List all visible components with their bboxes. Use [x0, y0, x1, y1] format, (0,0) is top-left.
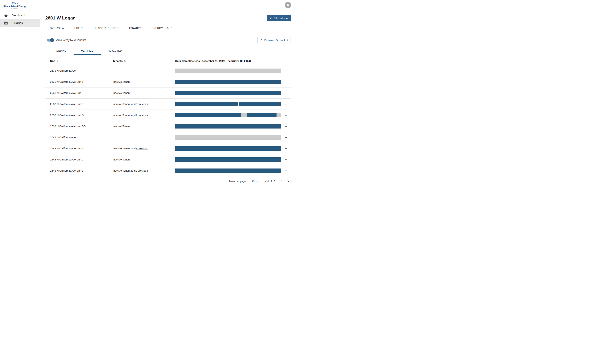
subtab-verified[interactable]: VERIFIED [74, 47, 101, 55]
tenant-text: Inactive Tenant [113, 158, 131, 161]
pencil-icon [270, 17, 272, 20]
unit-cell: 2538 N California Ave Unit BD [50, 125, 113, 128]
tenants-cell: Inactive Tenant and 1 previous [113, 114, 175, 117]
tenants-cell: Inactive Tenant and 2 previous [113, 147, 175, 150]
completeness-segment [247, 113, 276, 117]
sidebar: Dashboard Buildings [0, 10, 40, 186]
tenant-text: Inactive Tenant [113, 125, 131, 128]
tenant-text: Inactive Tenant [113, 80, 131, 83]
table-row: 2548 N California Ave Unit 1 Inactive Te… [45, 143, 291, 154]
table-row: 2538 N California Ave Unit B Inactive Te… [45, 110, 291, 121]
unit-cell: 2548 N California Ave [50, 136, 113, 139]
sort-icon[interactable]: ⇅ [124, 60, 126, 62]
expand-row-button[interactable] [281, 103, 291, 105]
building-tabs: OVERVIEW USERS USAGE REQUESTS TENANTS EN… [45, 24, 291, 32]
app-layout: Dashboard Buildings 2801 W Logan Edit Bu… [0, 10, 296, 186]
completeness-segment [175, 124, 281, 129]
chevron-down-icon [285, 92, 287, 94]
unit-cell: 2538 N California Ave Unit 2 [50, 91, 113, 95]
company-logo[interactable]: Rhode Island Energy a PPL company [3, 2, 26, 9]
completeness-bar [175, 157, 281, 162]
unit-cell: 2538 N California Ave Unit 3 [50, 103, 113, 106]
tab-tenants[interactable]: TENANTS [124, 24, 146, 32]
user-avatar[interactable] [285, 2, 291, 8]
previous-page-button[interactable] [281, 180, 282, 183]
tenants-cell: Inactive Tenant [113, 91, 175, 95]
tenants-cell: Inactive Tenant [113, 125, 175, 128]
subtab-pending[interactable]: PENDING [47, 47, 74, 55]
tab-overview[interactable]: OVERVIEW [45, 24, 69, 32]
controls-row: Auto Verify New Tenants Download Tenant … [45, 37, 291, 43]
completeness-segment [239, 102, 281, 106]
expand-row-button[interactable] [281, 158, 291, 161]
pager [281, 180, 289, 183]
completeness-column-header: Data Completeness (December 11, 2022 - F… [175, 59, 251, 62]
unit-cell: 2548 N California Ave Unit 1 [50, 147, 113, 150]
completeness-bar [175, 69, 281, 73]
logo-title: Rhode Island Energy [3, 5, 26, 7]
next-page-button[interactable] [287, 180, 289, 183]
chevron-down-icon [285, 103, 287, 105]
home-icon [4, 14, 8, 17]
tenant-previous-link[interactable]: 1 previous [136, 114, 148, 117]
tenants-cell: Inactive Tenant [113, 80, 175, 83]
subtab-rejected[interactable]: REJECTED [101, 47, 129, 55]
tab-energy-star[interactable]: ENERGY STAR® [147, 24, 176, 32]
tenant-status-subtabs: PENDING VERIFIED REJECTED [47, 47, 291, 55]
completeness-segment [175, 80, 281, 84]
completeness-bar [175, 102, 281, 106]
tenant-previous-link[interactable]: 2 previous [136, 103, 148, 106]
auto-verify-toggle-group: Auto Verify New Tenants [45, 39, 86, 42]
chevron-down-icon: ▼ [256, 180, 258, 182]
table-footer: Rows per page: 10 ▼ 1–10 of 18 [45, 176, 291, 186]
completeness-segment [175, 157, 281, 162]
sort-icon[interactable]: ⇅ [56, 60, 58, 62]
table-row: 2548 N California Ave Unit 3 Inactive Te… [45, 165, 291, 176]
main-content: 2801 W Logan Edit Building OVERVIEW USER… [40, 10, 296, 186]
sidebar-item-label: Dashboard [12, 14, 25, 17]
sidebar-item-buildings[interactable]: Buildings [0, 19, 40, 27]
table-row: 2538 N California Ave [45, 65, 291, 76]
tenant-table-header: Unit ⇅ Tenants ⇅ Data Completeness (Dece… [45, 57, 291, 65]
completeness-segment [175, 135, 281, 140]
unit-cell: 2548 N California Ave Unit 2 [50, 158, 113, 161]
tenants-cell: Inactive Tenant and 2 previous [113, 103, 175, 106]
tenant-text: Inactive Tenant and [113, 169, 136, 172]
expand-row-button[interactable] [281, 136, 291, 139]
pagination-range: 1–10 of 18 [263, 180, 275, 183]
table-row: 2538 N California Ave Unit 3 Inactive Te… [45, 98, 291, 110]
tenant-table: Unit ⇅ Tenants ⇅ Data Completeness (Dece… [45, 57, 291, 186]
unit-cell: 2538 N California Ave [50, 69, 113, 72]
expand-row-button[interactable] [281, 147, 291, 150]
tenant-previous-link[interactable]: 2 previous [136, 169, 148, 172]
completeness-segment [175, 113, 241, 117]
expand-row-button[interactable] [281, 114, 291, 117]
toggle-knob [50, 38, 54, 42]
auto-verify-toggle[interactable] [47, 39, 53, 41]
rows-per-page-select[interactable]: 10 ▼ [252, 180, 258, 183]
edit-building-button[interactable]: Edit Building [267, 15, 291, 21]
chevron-down-icon [285, 70, 287, 72]
completeness-bar [175, 124, 281, 129]
chevron-down-icon [285, 125, 287, 128]
expand-row-button[interactable] [281, 81, 291, 83]
tenant-text: Inactive Tenant and [113, 147, 136, 150]
unit-cell: 2548 N California Ave Unit 3 [50, 169, 113, 172]
auto-verify-label: Auto Verify New Tenants [56, 39, 86, 42]
completeness-segment [175, 169, 281, 173]
completeness-bar [175, 169, 281, 173]
expand-row-button[interactable] [281, 125, 291, 128]
tenant-previous-link[interactable]: 2 previous [136, 147, 148, 150]
expand-row-button[interactable] [281, 169, 291, 172]
tenants-column-header: Tenants [113, 59, 123, 63]
sidebar-item-dashboard[interactable]: Dashboard [0, 12, 40, 19]
download-tenant-list-button[interactable]: Download Tenant List [257, 37, 291, 43]
expand-row-button[interactable] [281, 70, 291, 72]
expand-row-button[interactable] [281, 92, 291, 94]
tenant-text: Inactive Tenant and [113, 114, 136, 117]
chevron-down-icon [285, 158, 287, 161]
tab-usage-requests[interactable]: USAGE REQUESTS [89, 24, 123, 32]
completeness-bar [175, 113, 281, 117]
tab-users[interactable]: USERS [70, 24, 88, 32]
rows-per-page-label: Rows per page: [229, 180, 246, 183]
